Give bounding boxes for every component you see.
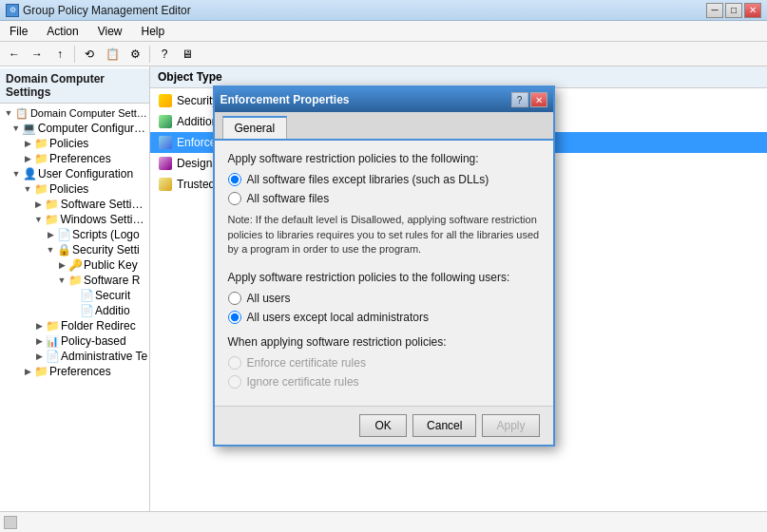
menu-help[interactable]: Help	[136, 23, 171, 40]
folder-icon: 📁	[46, 198, 59, 211]
expand-icon[interactable]: ▶	[32, 319, 46, 332]
expand-icon[interactable]: ▶	[21, 152, 34, 165]
tree-folder-redirect[interactable]: ▶ 📁 Folder Redirec	[0, 318, 149, 333]
menu-file[interactable]: File	[4, 23, 33, 40]
security-icon: 🔒	[57, 243, 70, 256]
tree-additional-rules[interactable]: 📄 Additio	[0, 303, 149, 318]
radio-all-except-libraries[interactable]	[228, 173, 241, 186]
tree-security-levels[interactable]: 📄 Securit	[0, 288, 149, 303]
toolbar-forward[interactable]: →	[27, 45, 48, 64]
tree-label: Policies	[49, 137, 88, 150]
tab-general[interactable]: General	[222, 116, 288, 139]
apply-button[interactable]: Apply	[482, 414, 539, 437]
tree-label: Preferences	[49, 152, 111, 165]
toolbar-settings[interactable]: ⚙	[125, 45, 145, 64]
tree-scripts[interactable]: ▶ 📄 Scripts (Logo	[0, 227, 149, 242]
scroll-indicator	[4, 516, 17, 529]
tree-computer-preferences[interactable]: ▶ 📁 Preferences	[0, 151, 149, 166]
folder-icon: 📁	[34, 137, 48, 150]
menu-bar: File Action View Help	[0, 21, 767, 42]
radio-option-ignore-cert: Ignore certificate rules	[228, 375, 540, 389]
sidebar-header: Domain Computer Settings	[0, 68, 149, 104]
expand-icon[interactable]: ▶	[32, 350, 46, 363]
tree-policy-based[interactable]: ▶ 📊 Policy-based	[0, 333, 149, 349]
folder-icon: 📁	[34, 365, 48, 378]
tree-user-preferences[interactable]: ▶ 📁 Preferences	[0, 364, 149, 379]
tree-label: Securit	[95, 289, 130, 302]
folder-icon: 📁	[68, 274, 82, 287]
expand-icon[interactable]: ▼	[44, 243, 57, 256]
toolbar-view[interactable]: 🖥	[177, 45, 198, 64]
expand-icon[interactable]: ▼	[55, 274, 68, 287]
tree-label: Folder Redirec	[61, 319, 136, 332]
section3-label: When applying software restriction polic…	[228, 335, 540, 349]
radio-all-users[interactable]	[228, 292, 241, 305]
expand-icon[interactable]: ▶	[21, 365, 34, 378]
expand-icon[interactable]: ▼	[2, 106, 15, 120]
app-title: Group Policy Management Editor	[23, 4, 191, 17]
section1-note: Note: If the default level is Disallowed…	[228, 213, 540, 256]
tree-computer-config[interactable]: ▼ 💻 Computer Configuratio	[0, 121, 149, 136]
tree-label: Software R	[84, 274, 140, 287]
radio-option-all-users: All users	[228, 292, 540, 305]
radio-ignore-cert	[228, 375, 241, 389]
tree-user-policies[interactable]: ▼ 📁 Policies	[0, 181, 149, 197]
radio-option-all-files: All software files	[228, 192, 540, 205]
tree-admin-templates[interactable]: ▶ 📄 Administrative Te	[0, 349, 149, 364]
ok-button[interactable]: OK	[359, 414, 407, 437]
folder-icon: 📁	[46, 319, 59, 332]
tree-label: Public Key	[84, 258, 138, 272]
tree-software-settings[interactable]: ▶ 📁 Software Settings	[0, 197, 149, 212]
expand-icon[interactable]: ▶	[32, 334, 46, 348]
radio-all-software-files[interactable]	[228, 192, 241, 205]
item-icon: 📄	[80, 289, 93, 302]
expand-icon[interactable]: ▶	[32, 198, 46, 211]
expand-icon[interactable]: ▼	[21, 182, 34, 196]
tree-label: Scripts (Logo	[72, 228, 140, 241]
title-bar-controls[interactable]: ─ □ ✕	[706, 3, 761, 18]
modal-help-button[interactable]: ?	[511, 92, 528, 107]
toolbar-up[interactable]: ↑	[49, 45, 70, 64]
tree-computer-policies[interactable]: ▶ 📁 Policies	[0, 136, 149, 151]
menu-action[interactable]: Action	[41, 23, 84, 40]
tree-user-config[interactable]: ▼ 👤 User Configuration	[0, 166, 149, 181]
expand-icon[interactable]: ▼	[31, 213, 45, 226]
title-bar-left: ⚙ Group Policy Management Editor	[6, 4, 191, 17]
expand-icon[interactable]: ▼	[10, 167, 23, 180]
maximize-button[interactable]: □	[725, 3, 742, 18]
minimize-button[interactable]: ─	[706, 3, 723, 18]
toolbar-refresh[interactable]: ⟲	[79, 45, 100, 64]
cancel-button[interactable]: Cancel	[412, 414, 476, 437]
tree-label: Computer Configuratio	[38, 122, 149, 135]
status-bar	[0, 511, 767, 532]
radio-label-all-files: All software files	[247, 192, 330, 205]
tree-label: Policies	[49, 182, 88, 196]
menu-view[interactable]: View	[92, 23, 128, 40]
toolbar-properties[interactable]: 📋	[102, 45, 123, 64]
radio-enforce-cert	[228, 356, 241, 370]
modal-close-button[interactable]: ✕	[530, 92, 547, 107]
toolbar-separator-2	[149, 46, 150, 63]
app-icon: ⚙	[6, 4, 19, 17]
expand-icon[interactable]: ▶	[44, 228, 57, 241]
tree-windows-settings[interactable]: ▼ 📁 Windows Settings	[0, 212, 149, 227]
tree-software-restriction[interactable]: ▼ 📁 Software R	[0, 273, 149, 288]
close-button[interactable]: ✕	[744, 3, 761, 18]
radio-label-ignore-cert: Ignore certificate rules	[247, 375, 359, 389]
radio-all-except-admins[interactable]	[228, 311, 241, 324]
tree-security-settings[interactable]: ▼ 🔒 Security Setti	[0, 242, 149, 257]
toolbar-help[interactable]: ?	[154, 45, 175, 64]
tree-domain-computer-settings[interactable]: ▼ 📋 Domain Computer Settings	[0, 105, 149, 121]
radio-option-except-admins: All users except local administrators	[228, 311, 540, 324]
tree-public-key[interactable]: ▶ 🔑 Public Key	[0, 257, 149, 273]
folder-icon: 📁	[45, 213, 58, 226]
radio-option-all-except-libs: All software files except libraries (suc…	[228, 173, 540, 186]
expand-icon[interactable]: ▶	[21, 137, 34, 150]
toolbar-back[interactable]: ←	[4, 45, 25, 64]
tree-label: Windows Settings	[60, 213, 149, 226]
file-types-icon	[158, 156, 173, 171]
expand-icon[interactable]: ▶	[55, 258, 68, 272]
expand-icon[interactable]: ▼	[10, 122, 23, 135]
folder-icon: 📁	[34, 152, 48, 165]
tree-label: Software Settings	[61, 198, 149, 211]
